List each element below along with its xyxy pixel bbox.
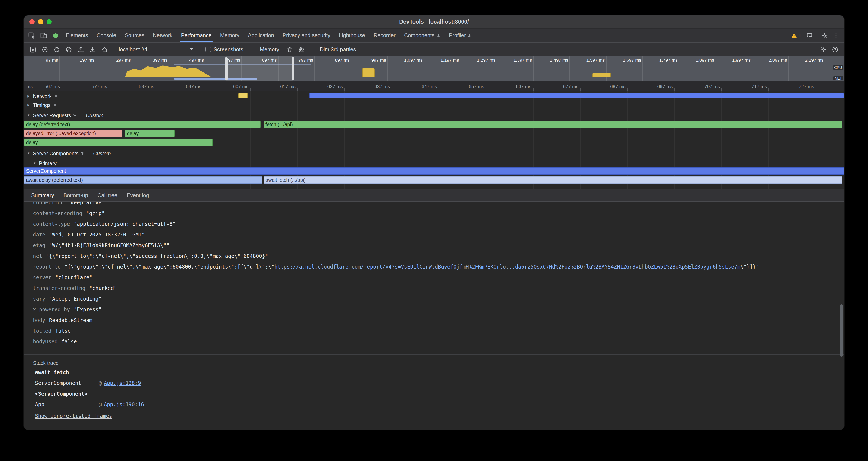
record-and-reload-button[interactable] xyxy=(39,44,51,55)
tab-elements[interactable]: Elements xyxy=(62,29,92,42)
more-options-kebab-icon[interactable] xyxy=(833,32,839,38)
track-label: ▶Timings xyxy=(24,100,56,110)
tab-recorder[interactable]: Recorder xyxy=(369,29,400,42)
screen: DevTools - localhost:3000/ ElementsConso… xyxy=(0,0,868,461)
help-icon[interactable] xyxy=(830,44,841,55)
track-config-icon[interactable] xyxy=(55,95,57,97)
tab-label: Lighthouse xyxy=(339,32,365,38)
save-profile-icon[interactable] xyxy=(87,44,98,55)
reload-icon[interactable] xyxy=(51,44,62,55)
ruler-label: 677 ms xyxy=(563,84,580,89)
tab-label: Privacy and security xyxy=(283,32,331,38)
overview-grid-tick xyxy=(569,56,570,81)
warnings-button[interactable]: 1 xyxy=(791,32,801,38)
stack-source-link[interactable]: App.js:128:9 xyxy=(104,378,141,389)
disclosure-right-icon[interactable]: ▶ xyxy=(27,94,31,98)
overview-grid-tick xyxy=(351,56,351,81)
issues-button[interactable]: 1 xyxy=(806,32,816,38)
tab-network[interactable]: Network xyxy=(149,29,177,42)
header-value: "{\"group\":\"cf-nel\",\"max_age\":60480… xyxy=(64,264,759,270)
track-network[interactable]: ▶Network xyxy=(24,91,844,100)
performance-toolbar: localhost #4 Screenshots Memory Dim 3rd … xyxy=(24,43,844,56)
timeline-overview[interactable]: CPU NET 97 ms197 ms297 ms397 ms497 ms597… xyxy=(24,56,844,81)
header-row-body: bodyReadableStream xyxy=(24,315,844,326)
ruler-tick xyxy=(439,88,439,91)
header-value: "{\"report_to\":\"cf-nel\",\"success_fra… xyxy=(46,253,268,259)
disclosure-right-icon[interactable]: ▶ xyxy=(27,103,31,107)
header-name: locked xyxy=(33,328,52,334)
disclosure-down-icon[interactable]: ▼ xyxy=(32,161,37,165)
settings-gear-icon[interactable] xyxy=(822,32,828,39)
record-button[interactable] xyxy=(27,44,38,55)
extension-badge-icon xyxy=(437,34,440,37)
tab-label: Application xyxy=(248,32,274,38)
tab-label: Elements xyxy=(66,32,88,38)
tab-memory[interactable]: Memory xyxy=(216,29,244,42)
tune-icon[interactable] xyxy=(296,44,307,55)
stack-source-link[interactable]: App.js:190:16 xyxy=(104,399,144,410)
timeline-entry-fetch-api[interactable]: fetch (.../api) xyxy=(264,121,842,128)
timeline-entry-netblue[interactable] xyxy=(309,93,844,98)
show-ignore-listed-frames-link[interactable]: Show ignore-listed frames xyxy=(35,413,112,419)
tab-application[interactable]: Application xyxy=(244,29,278,42)
live-metrics-home-icon[interactable] xyxy=(99,44,110,55)
selection-handle-right[interactable] xyxy=(292,57,294,80)
timeline-entry-delayederror-ayed-exception[interactable]: delayedError (...ayed exception) xyxy=(24,129,122,137)
track-primary[interactable]: ▼Primary xyxy=(24,158,844,167)
header-row-locked: lockedfalse xyxy=(24,326,844,337)
history-select[interactable]: localhost #4 xyxy=(115,45,196,54)
capture-settings-gear-icon[interactable] xyxy=(817,44,829,55)
details-scrollbar-thumb[interactable] xyxy=(840,305,843,357)
overview-time-label: 1,697 ms xyxy=(623,57,643,62)
collect-garbage-icon[interactable] xyxy=(284,44,295,55)
details-tab-call-tree[interactable]: Call tree xyxy=(93,190,122,201)
inspect-element-icon[interactable] xyxy=(26,29,38,42)
overview-time-label: 1,097 ms xyxy=(404,57,424,62)
track-timings[interactable]: ▶Timings xyxy=(24,100,844,109)
disclosure-down-icon[interactable]: ▼ xyxy=(27,151,31,155)
ruler-label: 597 ms xyxy=(186,84,203,89)
track-label: ▶Network xyxy=(24,91,57,100)
disclosure-down-icon[interactable]: ▼ xyxy=(27,113,31,117)
details-tab-bottom-up[interactable]: Bottom-up xyxy=(59,190,93,201)
header-list: connection"keep-alive"content-encoding"g… xyxy=(24,202,844,347)
tab-components[interactable]: Components xyxy=(400,29,445,42)
details-tab-summary[interactable]: Summary xyxy=(27,190,59,201)
timeline-entry-delay-deferred-text[interactable]: delay (deferred text) xyxy=(24,121,260,128)
track-name: Server Requests xyxy=(33,112,71,118)
load-profile-icon[interactable] xyxy=(75,44,86,55)
extension-icon[interactable] xyxy=(50,29,62,42)
overview-selection[interactable] xyxy=(226,56,293,81)
timeline-entry-await-delay-deferred-text[interactable]: await delay (deferred text) xyxy=(24,176,262,184)
tab-profiler[interactable]: Profiler xyxy=(445,29,476,42)
device-toolbar-icon[interactable] xyxy=(38,29,50,42)
timeline-entry-delay[interactable]: delay xyxy=(125,129,175,137)
tab-lighthouse[interactable]: Lighthouse xyxy=(335,29,369,42)
overview-grid-tick xyxy=(59,56,60,81)
dim-3rd-parties-checkbox[interactable]: Dim 3rd parties xyxy=(312,47,356,52)
timeline-entry-servercomponent[interactable]: ServerComponent xyxy=(24,167,844,175)
tab-performance[interactable]: Performance xyxy=(177,29,216,42)
track-config-icon[interactable] xyxy=(54,104,56,106)
screenshots-checkbox[interactable]: Screenshots xyxy=(206,47,243,52)
flame-lane: ServerComponent xyxy=(24,167,844,176)
report-to-url-link[interactable]: https://a.nel.cloudflare.com/report/v4?s… xyxy=(275,264,741,270)
issues-bubble-icon xyxy=(806,32,812,38)
tab-sources[interactable]: Sources xyxy=(120,29,149,42)
track-server-components[interactable]: ▼Server Components— Custom xyxy=(24,148,844,158)
timeline-entry-await-fetch-api[interactable]: await fetch (.../api) xyxy=(264,176,842,184)
memory-checkbox[interactable]: Memory xyxy=(252,47,279,52)
header-name: server xyxy=(33,275,52,281)
selection-handle-left[interactable] xyxy=(225,57,227,80)
timeline-entry-yellow[interactable] xyxy=(238,93,248,98)
clear-icon[interactable] xyxy=(63,44,74,55)
overview-cpu-activity xyxy=(592,73,611,77)
details-tab-event-log[interactable]: Event log xyxy=(122,190,154,201)
track-server-requests[interactable]: ▼Server Requests— Custom xyxy=(24,110,844,120)
overview-time-label: 797 ms xyxy=(299,57,314,62)
tab-console[interactable]: Console xyxy=(92,29,120,42)
tab-privacy-and-security[interactable]: Privacy and security xyxy=(278,29,335,42)
tab-label: Network xyxy=(153,32,173,38)
details-tabs: SummaryBottom-upCall treeEvent log xyxy=(24,189,844,202)
timeline-entry-delay[interactable]: delay xyxy=(24,139,213,146)
